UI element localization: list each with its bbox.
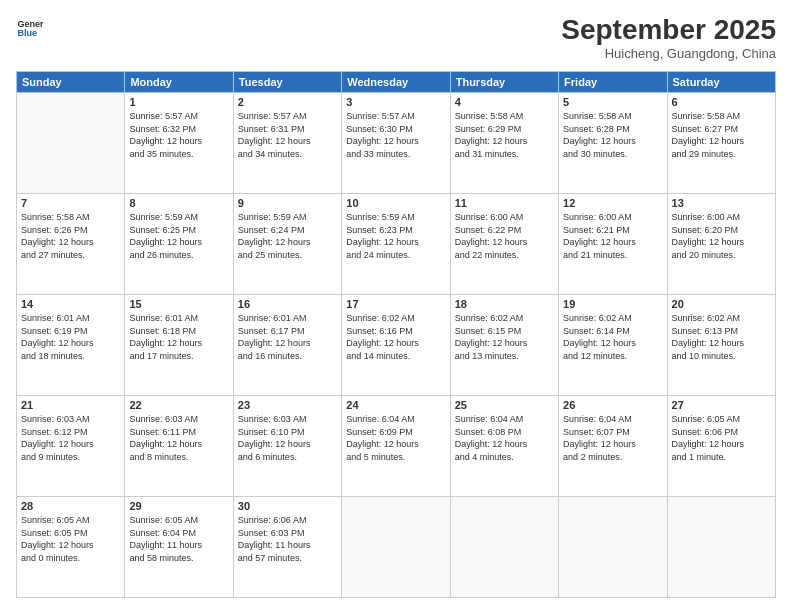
day-cell: 6Sunrise: 5:58 AM Sunset: 6:27 PM Daylig… (667, 93, 775, 194)
day-number: 19 (563, 298, 662, 310)
header-row: SundayMondayTuesdayWednesdayThursdayFrid… (17, 72, 776, 93)
day-cell: 3Sunrise: 5:57 AM Sunset: 6:30 PM Daylig… (342, 93, 450, 194)
day-cell: 2Sunrise: 5:57 AM Sunset: 6:31 PM Daylig… (233, 93, 341, 194)
day-cell: 1Sunrise: 5:57 AM Sunset: 6:32 PM Daylig… (125, 93, 233, 194)
day-cell: 11Sunrise: 6:00 AM Sunset: 6:22 PM Dayli… (450, 194, 558, 295)
week-row-1: 1Sunrise: 5:57 AM Sunset: 6:32 PM Daylig… (17, 93, 776, 194)
day-number: 6 (672, 96, 771, 108)
day-number: 27 (672, 399, 771, 411)
week-row-3: 14Sunrise: 6:01 AM Sunset: 6:19 PM Dayli… (17, 295, 776, 396)
logo-icon: General Blue (16, 14, 44, 42)
week-row-4: 21Sunrise: 6:03 AM Sunset: 6:12 PM Dayli… (17, 396, 776, 497)
cell-text: Sunrise: 6:05 AM Sunset: 6:06 PM Dayligh… (672, 413, 771, 463)
day-cell: 20Sunrise: 6:02 AM Sunset: 6:13 PM Dayli… (667, 295, 775, 396)
day-cell: 16Sunrise: 6:01 AM Sunset: 6:17 PM Dayli… (233, 295, 341, 396)
cell-text: Sunrise: 6:02 AM Sunset: 6:13 PM Dayligh… (672, 312, 771, 362)
day-number: 8 (129, 197, 228, 209)
day-cell: 27Sunrise: 6:05 AM Sunset: 6:06 PM Dayli… (667, 396, 775, 497)
day-cell: 30Sunrise: 6:06 AM Sunset: 6:03 PM Dayli… (233, 497, 341, 598)
cell-text: Sunrise: 6:04 AM Sunset: 6:09 PM Dayligh… (346, 413, 445, 463)
day-cell (342, 497, 450, 598)
day-number: 26 (563, 399, 662, 411)
day-cell: 19Sunrise: 6:02 AM Sunset: 6:14 PM Dayli… (559, 295, 667, 396)
cell-text: Sunrise: 5:59 AM Sunset: 6:25 PM Dayligh… (129, 211, 228, 261)
day-number: 14 (21, 298, 120, 310)
day-number: 12 (563, 197, 662, 209)
col-header-thursday: Thursday (450, 72, 558, 93)
day-cell: 8Sunrise: 5:59 AM Sunset: 6:25 PM Daylig… (125, 194, 233, 295)
cell-text: Sunrise: 6:04 AM Sunset: 6:07 PM Dayligh… (563, 413, 662, 463)
cell-text: Sunrise: 5:57 AM Sunset: 6:30 PM Dayligh… (346, 110, 445, 160)
cell-text: Sunrise: 6:05 AM Sunset: 6:04 PM Dayligh… (129, 514, 228, 564)
cell-text: Sunrise: 6:02 AM Sunset: 6:14 PM Dayligh… (563, 312, 662, 362)
title-block: September 2025 Huicheng, Guangdong, Chin… (561, 14, 776, 61)
day-number: 21 (21, 399, 120, 411)
day-number: 25 (455, 399, 554, 411)
location: Huicheng, Guangdong, China (561, 46, 776, 61)
day-cell: 15Sunrise: 6:01 AM Sunset: 6:18 PM Dayli… (125, 295, 233, 396)
day-cell (450, 497, 558, 598)
cell-text: Sunrise: 6:02 AM Sunset: 6:15 PM Dayligh… (455, 312, 554, 362)
cell-text: Sunrise: 5:58 AM Sunset: 6:29 PM Dayligh… (455, 110, 554, 160)
header: General Blue September 2025 Huicheng, Gu… (16, 14, 776, 61)
day-number: 18 (455, 298, 554, 310)
col-header-friday: Friday (559, 72, 667, 93)
svg-text:Blue: Blue (17, 28, 37, 38)
cell-text: Sunrise: 6:03 AM Sunset: 6:11 PM Dayligh… (129, 413, 228, 463)
col-header-tuesday: Tuesday (233, 72, 341, 93)
day-number: 5 (563, 96, 662, 108)
day-number: 17 (346, 298, 445, 310)
cell-text: Sunrise: 5:57 AM Sunset: 6:31 PM Dayligh… (238, 110, 337, 160)
day-cell: 10Sunrise: 5:59 AM Sunset: 6:23 PM Dayli… (342, 194, 450, 295)
cell-text: Sunrise: 6:02 AM Sunset: 6:16 PM Dayligh… (346, 312, 445, 362)
cell-text: Sunrise: 6:00 AM Sunset: 6:21 PM Dayligh… (563, 211, 662, 261)
cell-text: Sunrise: 5:57 AM Sunset: 6:32 PM Dayligh… (129, 110, 228, 160)
day-number: 10 (346, 197, 445, 209)
day-cell: 25Sunrise: 6:04 AM Sunset: 6:08 PM Dayli… (450, 396, 558, 497)
day-cell: 9Sunrise: 5:59 AM Sunset: 6:24 PM Daylig… (233, 194, 341, 295)
cell-text: Sunrise: 6:01 AM Sunset: 6:17 PM Dayligh… (238, 312, 337, 362)
day-cell: 24Sunrise: 6:04 AM Sunset: 6:09 PM Dayli… (342, 396, 450, 497)
cell-text: Sunrise: 6:00 AM Sunset: 6:20 PM Dayligh… (672, 211, 771, 261)
cell-text: Sunrise: 5:59 AM Sunset: 6:23 PM Dayligh… (346, 211, 445, 261)
day-number: 7 (21, 197, 120, 209)
week-row-2: 7Sunrise: 5:58 AM Sunset: 6:26 PM Daylig… (17, 194, 776, 295)
page: General Blue September 2025 Huicheng, Gu… (0, 0, 792, 612)
day-cell: 5Sunrise: 5:58 AM Sunset: 6:28 PM Daylig… (559, 93, 667, 194)
day-cell: 23Sunrise: 6:03 AM Sunset: 6:10 PM Dayli… (233, 396, 341, 497)
day-number: 9 (238, 197, 337, 209)
day-number: 15 (129, 298, 228, 310)
day-number: 1 (129, 96, 228, 108)
cell-text: Sunrise: 6:03 AM Sunset: 6:12 PM Dayligh… (21, 413, 120, 463)
cell-text: Sunrise: 5:59 AM Sunset: 6:24 PM Dayligh… (238, 211, 337, 261)
day-cell: 14Sunrise: 6:01 AM Sunset: 6:19 PM Dayli… (17, 295, 125, 396)
col-header-saturday: Saturday (667, 72, 775, 93)
day-number: 3 (346, 96, 445, 108)
day-number: 13 (672, 197, 771, 209)
day-number: 20 (672, 298, 771, 310)
cell-text: Sunrise: 6:03 AM Sunset: 6:10 PM Dayligh… (238, 413, 337, 463)
day-cell: 17Sunrise: 6:02 AM Sunset: 6:16 PM Dayli… (342, 295, 450, 396)
day-number: 29 (129, 500, 228, 512)
cell-text: Sunrise: 6:06 AM Sunset: 6:03 PM Dayligh… (238, 514, 337, 564)
day-cell: 7Sunrise: 5:58 AM Sunset: 6:26 PM Daylig… (17, 194, 125, 295)
day-cell: 21Sunrise: 6:03 AM Sunset: 6:12 PM Dayli… (17, 396, 125, 497)
cell-text: Sunrise: 5:58 AM Sunset: 6:26 PM Dayligh… (21, 211, 120, 261)
day-cell: 12Sunrise: 6:00 AM Sunset: 6:21 PM Dayli… (559, 194, 667, 295)
col-header-monday: Monday (125, 72, 233, 93)
day-number: 23 (238, 399, 337, 411)
cell-text: Sunrise: 6:04 AM Sunset: 6:08 PM Dayligh… (455, 413, 554, 463)
day-cell: 18Sunrise: 6:02 AM Sunset: 6:15 PM Dayli… (450, 295, 558, 396)
calendar-table: SundayMondayTuesdayWednesdayThursdayFrid… (16, 71, 776, 598)
month-title: September 2025 (561, 14, 776, 46)
day-number: 4 (455, 96, 554, 108)
day-cell (667, 497, 775, 598)
day-number: 22 (129, 399, 228, 411)
day-cell (17, 93, 125, 194)
col-header-sunday: Sunday (17, 72, 125, 93)
cell-text: Sunrise: 6:01 AM Sunset: 6:19 PM Dayligh… (21, 312, 120, 362)
day-number: 2 (238, 96, 337, 108)
day-cell: 22Sunrise: 6:03 AM Sunset: 6:11 PM Dayli… (125, 396, 233, 497)
cell-text: Sunrise: 5:58 AM Sunset: 6:28 PM Dayligh… (563, 110, 662, 160)
day-number: 24 (346, 399, 445, 411)
